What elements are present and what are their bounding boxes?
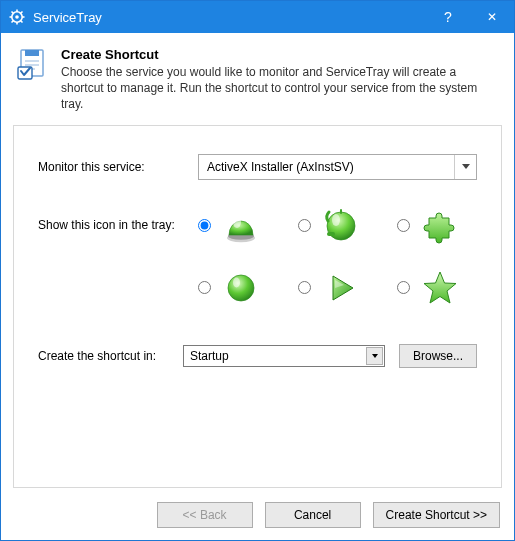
svg-line-6 — [12, 12, 14, 14]
shortcut-wizard-icon — [17, 47, 51, 81]
form-panel: Monitor this service: ActiveX Installer … — [13, 125, 502, 488]
chevron-down-icon — [454, 155, 476, 179]
icon-option-circle[interactable] — [198, 268, 278, 308]
client-area: Create Shortcut Choose the service you w… — [1, 33, 514, 540]
icon-radio[interactable] — [298, 281, 311, 294]
browse-button[interactable]: Browse... — [399, 344, 477, 368]
app-title: ServiceTray — [33, 10, 426, 25]
location-row: Create the shortcut in: Startup Browse..… — [38, 344, 477, 368]
app-window: ServiceTray ? ✕ Create Short — [0, 0, 515, 541]
create-shortcut-button[interactable]: Create Shortcut >> — [373, 502, 500, 528]
icon-option-bell[interactable] — [298, 206, 378, 246]
title-bar: ServiceTray ? ✕ — [1, 1, 514, 33]
close-button[interactable]: ✕ — [470, 1, 514, 33]
icon-option-play[interactable] — [298, 268, 378, 308]
cancel-button[interactable]: Cancel — [265, 502, 361, 528]
wizard-footer: << Back Cancel Create Shortcut >> — [13, 502, 502, 528]
svg-point-20 — [332, 214, 340, 226]
circle-icon — [221, 268, 261, 308]
svg-line-9 — [21, 12, 23, 14]
icon-label: Show this icon in the tray: — [38, 206, 198, 232]
chevron-down-icon — [366, 347, 383, 365]
svg-point-1 — [15, 15, 19, 19]
back-button[interactable]: << Back — [157, 502, 253, 528]
gear-icon — [9, 9, 25, 25]
page-description: Choose the service you would like to mon… — [61, 64, 498, 113]
icon-radio[interactable] — [397, 219, 410, 232]
icon-option-star[interactable] — [397, 268, 477, 308]
location-label: Create the shortcut in: — [38, 349, 183, 363]
service-select[interactable]: ActiveX Installer (AxInstSV) — [198, 154, 477, 180]
service-select-value: ActiveX Installer (AxInstSV) — [207, 160, 354, 174]
icon-radio[interactable] — [298, 219, 311, 232]
svg-rect-21 — [340, 209, 342, 214]
monitor-label: Monitor this service: — [38, 160, 198, 174]
play-icon — [321, 268, 361, 308]
dome-icon — [221, 206, 261, 246]
svg-line-7 — [21, 21, 23, 23]
help-button[interactable]: ? — [426, 1, 470, 33]
monitor-row: Monitor this service: ActiveX Installer … — [38, 154, 477, 180]
icon-row: Show this icon in the tray: — [38, 206, 477, 308]
svg-rect-11 — [25, 50, 39, 56]
svg-line-8 — [12, 21, 14, 23]
icon-grid — [198, 206, 477, 308]
icon-option-dome[interactable] — [198, 206, 278, 246]
svg-point-18 — [233, 216, 241, 228]
puzzle-icon — [420, 206, 460, 246]
icon-radio[interactable] — [198, 281, 211, 294]
help-icon: ? — [444, 9, 452, 25]
wizard-header: Create Shortcut Choose the service you w… — [13, 45, 502, 119]
close-icon: ✕ — [487, 10, 497, 24]
svg-rect-22 — [327, 232, 335, 236]
svg-point-23 — [228, 275, 254, 301]
location-select-value: Startup — [190, 349, 229, 363]
icon-option-puzzle[interactable] — [397, 206, 477, 246]
bell-icon — [321, 206, 361, 246]
page-title: Create Shortcut — [61, 47, 498, 62]
location-select[interactable]: Startup — [183, 345, 385, 367]
svg-point-24 — [233, 277, 240, 287]
star-icon — [420, 268, 460, 308]
icon-radio[interactable] — [397, 281, 410, 294]
icon-radio[interactable] — [198, 219, 211, 232]
